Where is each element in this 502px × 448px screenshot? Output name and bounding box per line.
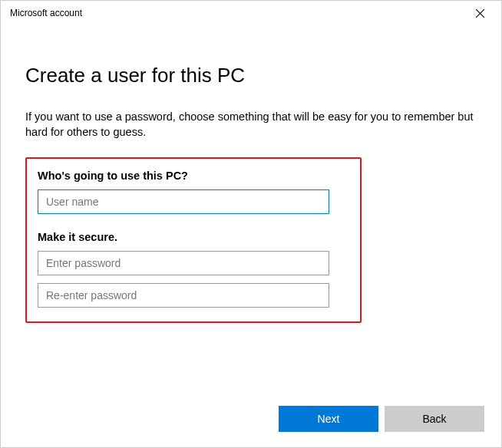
page-description: If you want to use a password, choose so… [25,109,477,140]
window-title: Microsoft account [10,8,82,18]
close-button[interactable] [464,2,495,24]
footer-buttons: Next Back [279,406,484,432]
username-input[interactable] [38,189,329,214]
secure-section-label: Make it secure. [38,231,349,243]
password-input[interactable] [38,251,329,275]
titlebar: Microsoft account [1,1,501,25]
content-area: Create a user for this PC If you want to… [1,25,501,447]
close-icon [476,9,484,18]
page-title: Create a user for this PC [25,64,477,87]
user-section-label: Who's going to use this PC? [38,170,349,182]
dialog-window: Microsoft account Create a user for this… [0,0,502,448]
next-button[interactable]: Next [279,406,378,432]
back-button[interactable]: Back [385,406,484,432]
highlight-box: Who's going to use this PC? Make it secu… [25,157,362,323]
password-confirm-input[interactable] [38,283,329,308]
